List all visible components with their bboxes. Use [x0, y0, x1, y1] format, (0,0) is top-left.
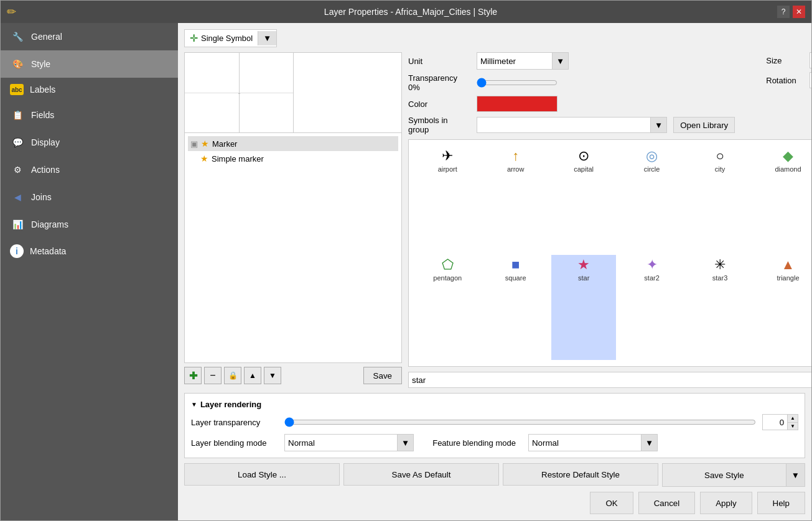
symbol-pentagon[interactable]: ⬠ pentagon	[415, 255, 480, 361]
window-title: Layer Properties - Africa_Major_Cities |…	[44, 7, 777, 17]
symbol-airport[interactable]: ✈ airport	[415, 146, 480, 252]
city-icon: ○	[716, 149, 724, 163]
layer-blending-dropdown[interactable]: ▼	[397, 435, 413, 451]
sidebar-item-fields[interactable]: 📋 Fields	[1, 101, 178, 129]
layer-transparency-input[interactable]	[762, 414, 787, 430]
symbol-triangle[interactable]: ▲ triangle	[755, 255, 811, 361]
star-label: star	[578, 274, 589, 282]
joins-icon: ◀	[10, 190, 25, 205]
add-button[interactable]: ✚	[184, 367, 202, 384]
star2-icon: ✦	[646, 258, 658, 272]
save-button[interactable]: Save	[363, 367, 402, 384]
symbols-group-input[interactable]	[477, 117, 651, 133]
diamond-label: diamond	[775, 165, 801, 173]
sidebar-label-display: Display	[31, 137, 60, 147]
metadata-icon: i	[10, 244, 24, 258]
symbol-diamond[interactable]: ◆ diamond	[755, 146, 811, 252]
help-button[interactable]: ?	[777, 6, 790, 18]
sidebar-item-display[interactable]: 💬 Display	[1, 129, 178, 156]
title-bar: ✏ Layer Properties - Africa_Major_Cities…	[1, 1, 811, 23]
style-icon: 🎨	[10, 57, 25, 71]
sidebar-label-labels: Labels	[30, 85, 55, 95]
symbol-circle[interactable]: ◎ circle	[619, 146, 684, 252]
sidebar-item-general[interactable]: 🔧 General	[1, 23, 178, 50]
star2-label: star2	[644, 274, 659, 282]
load-style-button[interactable]: Load Style ...	[184, 463, 340, 486]
cancel-button[interactable]: Cancel	[638, 492, 696, 514]
right-panel: ✛ Single Symbol ▼ ✦	[178, 23, 811, 520]
symbol-name-input[interactable]	[408, 372, 811, 388]
lock-button[interactable]: 🔒	[224, 367, 241, 384]
rotation-row: Rotation ▲ ▼	[766, 72, 811, 88]
unit-label: Unit	[408, 57, 470, 66]
sidebar-label-style: Style	[31, 59, 50, 69]
diagrams-icon: 📊	[10, 217, 25, 232]
unit-row: Unit Millimeter ▼	[408, 52, 735, 70]
save-as-default-button[interactable]: Save As Default	[343, 463, 499, 486]
section-arrow-icon: ▼	[191, 401, 197, 408]
window-controls: ? ✕	[777, 6, 805, 18]
sidebar-label-joins: Joins	[31, 192, 52, 202]
pentagon-label: pentagon	[433, 274, 462, 282]
arrow-icon: ↑	[512, 149, 519, 163]
symbol-star[interactable]: ★ star	[551, 255, 616, 361]
transparency-slider[interactable]	[477, 78, 558, 88]
symbol-capital[interactable]: ⊙ capital	[551, 146, 616, 252]
unit-select[interactable]: Millimeter	[477, 53, 552, 69]
footer-buttons-row2: OK Cancel Apply Help	[184, 492, 805, 514]
size-row: Size ▲ ▼	[766, 52, 811, 68]
preview-box-right	[293, 52, 402, 133]
color-swatch[interactable]	[477, 96, 558, 112]
save-style-button[interactable]: Save Style	[663, 464, 786, 486]
layer-transparency-slider[interactable]	[284, 417, 756, 427]
sidebar-item-style[interactable]: 🎨 Style	[1, 50, 178, 78]
sidebar-label-metadata: Metadata	[30, 246, 66, 256]
symbol-arrow[interactable]: ↑ arrow	[483, 146, 548, 252]
symbol-star3[interactable]: ✳ star3	[688, 255, 752, 361]
close-button[interactable]: ✕	[793, 6, 805, 18]
rotation-input[interactable]	[810, 72, 811, 88]
arrow-label: arrow	[507, 165, 525, 173]
layer-blending-label: Layer blending mode	[191, 438, 278, 448]
marker-tree-header[interactable]: ▣ ★ Marker	[188, 136, 398, 151]
sidebar-label-fields: Fields	[31, 110, 54, 120]
open-library-button[interactable]: Open Library	[673, 117, 735, 133]
render-type-dropdown[interactable]: ▼	[258, 31, 276, 45]
apply-button[interactable]: Apply	[700, 492, 752, 514]
symbols-group-row: Symbols in group ▼ Open Library	[408, 116, 735, 134]
sidebar-item-labels[interactable]: abc Labels	[1, 78, 178, 101]
layer-trans-down-btn[interactable]: ▼	[788, 423, 798, 430]
content-area: ✦ ▣ ★ Marker ★ Simple marker	[184, 52, 805, 388]
size-input[interactable]	[810, 52, 811, 68]
sidebar-item-metadata[interactable]: i Metadata	[1, 238, 178, 264]
main-window: ✏ Layer Properties - Africa_Major_Cities…	[0, 0, 812, 521]
sidebar-item-joins[interactable]: ◀ Joins	[1, 183, 178, 211]
symbol-city[interactable]: ○ city	[688, 146, 752, 252]
marker-child-item[interactable]: ★ Simple marker	[188, 151, 398, 166]
move-up-button[interactable]: ▲	[244, 367, 261, 384]
feature-blending-select[interactable]: Normal	[529, 435, 641, 451]
symbol-square[interactable]: ■ square	[483, 255, 548, 361]
wrench-icon: 🔧	[10, 29, 25, 44]
layer-rendering-header[interactable]: ▼ Layer rendering	[191, 400, 798, 409]
restore-default-button[interactable]: Restore Default Style	[503, 463, 658, 486]
star-icon: ★	[577, 258, 590, 272]
properties-area: Unit Millimeter ▼ Transparenc	[408, 52, 811, 134]
move-down-button[interactable]: ▼	[264, 367, 281, 384]
save-style-dropdown[interactable]: ▼	[786, 464, 805, 486]
feature-blending-dropdown[interactable]: ▼	[641, 435, 657, 451]
layer-trans-up-btn[interactable]: ▲	[788, 415, 798, 423]
sidebar-item-actions[interactable]: ⚙ Actions	[1, 156, 178, 183]
symbols-group-dropdown[interactable]: ▼	[651, 117, 667, 133]
help-footer-button[interactable]: Help	[757, 492, 805, 514]
remove-button[interactable]: −	[204, 367, 222, 384]
ok-button[interactable]: OK	[590, 492, 633, 514]
sidebar-label-general: General	[31, 32, 62, 42]
save-style-group: Save Style ▼	[662, 463, 805, 487]
triangle-icon: ▲	[782, 258, 795, 272]
unit-dropdown-btn[interactable]: ▼	[552, 53, 568, 69]
labels-icon: abc	[10, 84, 24, 95]
sidebar-item-diagrams[interactable]: 📊 Diagrams	[1, 211, 178, 238]
symbol-star2[interactable]: ✦ star2	[619, 255, 684, 361]
layer-blending-select[interactable]: Normal	[285, 435, 397, 451]
